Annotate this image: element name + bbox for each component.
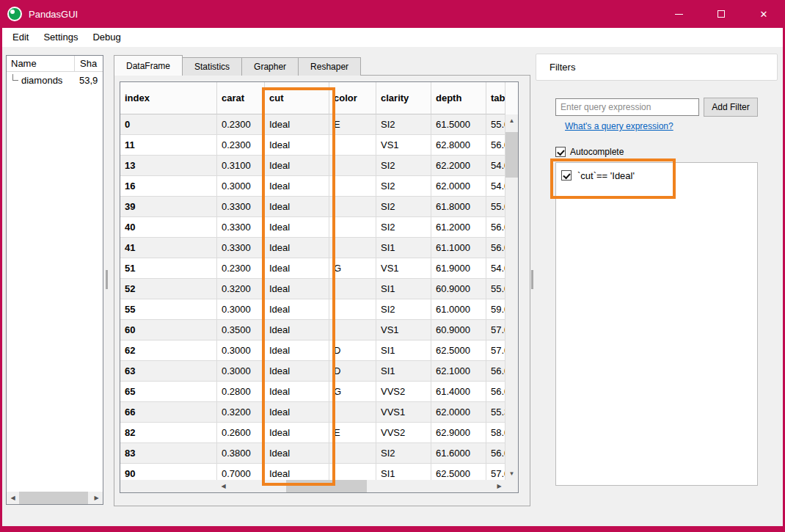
cell-depth[interactable]: 62.0000 (431, 176, 486, 197)
cell-clarity[interactable]: SI1 (376, 361, 431, 382)
cell-depth[interactable]: 62.0000 (431, 402, 486, 423)
cell-index[interactable]: 82 (120, 423, 217, 443)
tab-dataframe[interactable]: DataFrame (114, 55, 183, 76)
scroll-right-button[interactable]: ▶ (493, 480, 505, 492)
cell-color[interactable] (329, 217, 376, 238)
sidebar-hscrollbar[interactable]: ◀ ▶ (7, 492, 103, 504)
table-row[interactable]: 650.2800IdealGVVS261.400056.0 (120, 382, 505, 402)
cell-cut[interactable]: Ideal (265, 299, 329, 320)
menu-item-settings[interactable]: Settings (36, 28, 85, 47)
cell-color[interactable]: D (329, 340, 376, 361)
cell-depth[interactable]: 62.5000 (431, 340, 486, 361)
cell-depth[interactable]: 61.4000 (431, 382, 486, 402)
cell-carat[interactable]: 0.7000 (217, 464, 265, 480)
scroll-down-button[interactable]: ▼ (505, 467, 518, 480)
table-row[interactable]: 410.3300IdealSI161.100056.0 (120, 238, 505, 258)
cell-cut[interactable]: Ideal (265, 361, 329, 382)
cell-index[interactable]: 66 (120, 402, 217, 423)
cell-color[interactable] (329, 135, 376, 156)
table-row[interactable]: 400.3300IdealSI261.200056.0 (120, 217, 505, 238)
cell-color[interactable] (329, 464, 376, 480)
cell-tab[interactable]: 54.0 (486, 156, 505, 176)
table-row[interactable]: 660.3200IdealVVS162.000055.3 (120, 402, 505, 423)
cell-tab[interactable]: 56.0 (486, 135, 505, 156)
cell-tab[interactable]: 56.0 (486, 361, 505, 382)
cell-carat[interactable]: 0.2300 (217, 135, 265, 156)
minimize-button[interactable] (657, 0, 700, 28)
column-header-depth[interactable]: depth (431, 82, 486, 114)
table-row[interactable]: 160.3000IdealSI262.000054.0 (120, 176, 505, 197)
autocomplete-checkbox[interactable] (555, 147, 566, 157)
table-row[interactable]: 620.3000IdealDSI162.500057.0 (120, 340, 505, 361)
menu-item-debug[interactable]: Debug (85, 28, 128, 47)
cell-clarity[interactable]: VS1 (376, 135, 431, 156)
tab-grapher[interactable]: Grapher (241, 57, 299, 76)
cell-index[interactable]: 55 (120, 299, 217, 320)
cell-depth[interactable]: 60.9000 (431, 320, 486, 340)
table-row[interactable]: 390.3300IdealSI261.800055.0 (120, 197, 505, 217)
filter-item[interactable]: `cut`== 'Ideal' (561, 169, 752, 182)
cell-clarity[interactable]: SI2 (376, 114, 431, 135)
column-header-index[interactable]: index (120, 82, 217, 114)
vscroll-thumb[interactable] (505, 132, 518, 178)
cell-index[interactable]: 39 (120, 197, 217, 217)
cell-index[interactable]: 90 (120, 464, 217, 480)
cell-depth[interactable]: 61.9000 (431, 258, 486, 279)
cell-carat[interactable]: 0.2300 (217, 114, 265, 135)
cell-cut[interactable]: Ideal (265, 402, 329, 423)
cell-clarity[interactable]: SI1 (376, 340, 431, 361)
cell-clarity[interactable]: SI2 (376, 299, 431, 320)
table-row[interactable]: 110.2300IdealVS162.800056.0 (120, 135, 505, 156)
cell-depth[interactable]: 62.5000 (431, 464, 486, 480)
cell-clarity[interactable]: SI2 (376, 197, 431, 217)
hscroll-thumb[interactable] (286, 480, 367, 492)
sidebar-scroll-right-button[interactable]: ▶ (90, 492, 103, 504)
cell-carat[interactable]: 0.3000 (217, 299, 265, 320)
table-row[interactable]: 520.3200IdealSI160.900055.0 (120, 279, 505, 299)
cell-color[interactable] (329, 156, 376, 176)
cell-depth[interactable]: 60.9000 (431, 279, 486, 299)
tab-reshaper[interactable]: Reshaper (298, 57, 361, 76)
cell-clarity[interactable]: SI2 (376, 176, 431, 197)
cell-cut[interactable]: Ideal (265, 464, 329, 480)
cell-cut[interactable]: Ideal (265, 156, 329, 176)
close-button[interactable]: ✕ (742, 0, 785, 28)
cell-color[interactable]: G (329, 258, 376, 279)
column-header-carat[interactable]: carat (217, 82, 265, 114)
cell-cut[interactable]: Ideal (265, 382, 329, 402)
cell-depth[interactable]: 61.1000 (431, 238, 486, 258)
cell-tab[interactable]: 57.0 (486, 340, 505, 361)
cell-tab[interactable]: 56.0 (486, 382, 505, 402)
table-hscrollbar[interactable]: ◀ ▶ (120, 480, 505, 492)
cell-depth[interactable]: 62.1000 (431, 361, 486, 382)
table-row[interactable]: 600.3500IdealVS160.900057.0 (120, 320, 505, 340)
cell-index[interactable]: 63 (120, 361, 217, 382)
table-row[interactable]: 830.3800IdealSI261.600056.0 (120, 443, 505, 464)
table-row[interactable]: 510.2300IdealGVS161.900054.0 (120, 258, 505, 279)
tree-header-name[interactable]: Name (11, 56, 37, 72)
cell-color[interactable]: E (329, 114, 376, 135)
cell-carat[interactable]: 0.2300 (217, 258, 265, 279)
autocomplete-option[interactable]: Autocomplete (555, 147, 624, 157)
cell-carat[interactable]: 0.3500 (217, 320, 265, 340)
cell-tab[interactable]: 56.0 (486, 238, 505, 258)
cell-color[interactable] (329, 197, 376, 217)
cell-index[interactable]: 52 (120, 279, 217, 299)
column-header-color[interactable]: color (329, 82, 376, 114)
cell-clarity[interactable]: VVS2 (376, 423, 431, 443)
cell-depth[interactable]: 61.2000 (431, 217, 486, 238)
cell-index[interactable]: 16 (120, 176, 217, 197)
cell-clarity[interactable]: VVS2 (376, 382, 431, 402)
tab-statistics[interactable]: Statistics (182, 57, 242, 76)
cell-depth[interactable]: 61.8000 (431, 197, 486, 217)
cell-tab[interactable]: 54.0 (486, 176, 505, 197)
cell-tab[interactable]: 55.0 (486, 197, 505, 217)
maximize-button[interactable] (700, 0, 742, 28)
filter-checkbox[interactable] (561, 170, 572, 181)
menu-item-edit[interactable]: Edit (5, 28, 36, 47)
table-vscrollbar[interactable]: ▲ ▼ (505, 114, 518, 480)
splitter-handle-sidebar[interactable] (106, 270, 108, 289)
cell-tab[interactable]: 56.0 (486, 443, 505, 464)
cell-tab[interactable]: 55.0 (486, 114, 505, 135)
cell-tab[interactable]: 54.0 (486, 258, 505, 279)
